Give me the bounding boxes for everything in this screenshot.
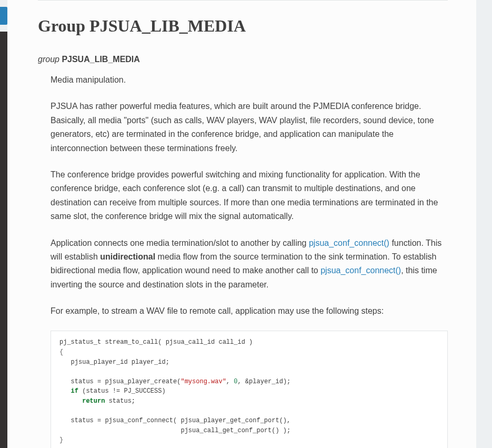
code-block: pj_status_t stream_to_call( pjsua_call_i… [51,331,448,448]
code-seg [59,387,71,395]
code-seg: , [226,378,234,385]
group-keyword: group [38,55,59,64]
paragraph-connect: Application connects one media terminati… [51,236,448,292]
code-line: pj_status_t stream_to_call( pjsua_call_i… [59,339,253,346]
page-wrap: Group PJSUA_LIB_MEDIA group PJSUA_LIB_ME… [0,0,492,448]
code-keyword-return: return [82,397,105,405]
code-line: status = pjsua_conf_connect( pjsua_playe… [59,417,290,424]
sidebar-toggle-tab[interactable] [0,7,7,25]
code-line: pjsua_call_get_conf_port() ); [59,427,290,434]
paragraph-example-intro: For example, to stream a WAV file to rem… [51,304,448,318]
group-name: PJSUA_LIB_MEDIA [62,55,139,64]
code-keyword-if: if [71,387,78,395]
paragraph-intro: Media manipulation. [51,73,448,87]
code-seg: (status != PJ_SUCCESS) [78,387,166,395]
left-gutter [0,0,7,448]
link-pjsua-conf-connect-2[interactable]: pjsua_conf_connect() [320,266,401,275]
page-title: Group PJSUA_LIB_MEDIA [38,13,448,38]
code-string: "mysong.wav" [180,378,226,385]
divider [38,0,448,1]
group-line: group PJSUA_LIB_MEDIA [38,53,448,66]
content-inner: Group PJSUA_LIB_MEDIA group PJSUA_LIB_ME… [7,0,476,448]
content-column: Group PJSUA_LIB_MEDIA group PJSUA_LIB_ME… [7,0,476,448]
code-seg: status; [105,397,135,405]
paragraph-features: PJSUA has rather powerful media features… [51,99,448,155]
body-block: Media manipulation. PJSUA has rather pow… [38,73,448,448]
code-seg: status = pjsua_player_create( [59,378,180,385]
code-seg: , &player_id); [237,378,290,385]
text-segment: Application connects one media terminati… [51,238,309,247]
strong-unidirectional: unidirectional [100,252,155,261]
sidebar-collapsed-strip [0,32,7,448]
code-line: { [59,349,63,356]
link-pjsua-conf-connect-1[interactable]: pjsua_conf_connect() [309,238,389,247]
paragraph-bridge: The conference bridge provides powerful … [51,168,448,224]
code-line: pjsua_player_id player_id; [59,359,169,366]
code-line: } [59,436,63,444]
code-seg [59,397,82,405]
